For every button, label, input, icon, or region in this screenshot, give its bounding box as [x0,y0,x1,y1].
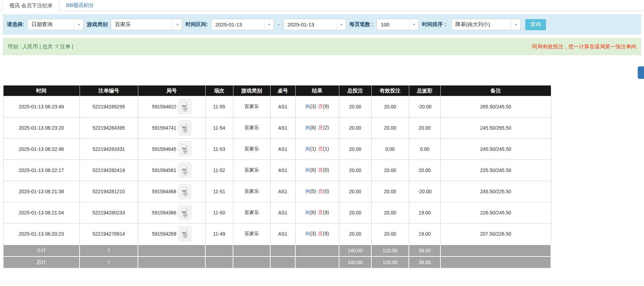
banker-result: 庄 [318,104,323,109]
bet-time: 2025-01-13 06:21:38 [3,181,80,202]
video-playback-button[interactable] [178,226,191,242]
bet-time: 2025-01-13 06:22:17 [3,160,80,181]
payout: -20.00 [409,181,440,202]
total-bet-link[interactable]: 20.00 [339,117,371,139]
time-sort-select[interactable]: 降幂(由大到小) ▾ [451,19,521,30]
total-bet-link[interactable]: 20.00 [339,96,371,117]
table-row: 2025-01-13 06:22:46 522194283331 5915946… [3,139,551,160]
video-playback-button[interactable] [178,163,191,178]
result-cell: 闲(8)庄(0) [295,160,339,181]
side-action-button[interactable] [638,66,644,79]
date-to-select[interactable]: 2025-01-13 ▾ [283,19,346,30]
column-header: 桌号 [270,85,295,96]
video-playback-button[interactable] [178,120,191,136]
result-cell: 闲(8)庄(9) [295,202,339,223]
remark: 207.50/226.50 [440,223,551,245]
table-number: AS1 [270,181,295,202]
remark: 226.50/245.50 [440,202,551,223]
player-score: (8) [310,167,316,173]
bet-time: 2025-01-13 06:20:23 [3,223,80,245]
total-bet-link[interactable]: 20.00 [339,223,371,245]
date-from-select[interactable]: 2025-01-13 ▾ [211,19,274,30]
game-type-select[interactable]: 百家乐 ▾ [111,19,182,30]
total-bet-link[interactable]: 20.00 [339,139,371,160]
player-result: 闲 [305,231,310,236]
empty-cell [233,256,270,268]
query-type-select[interactable]: 日期查询 ▾ [27,19,84,30]
total-label: 总计 [3,256,80,268]
total-bet-link[interactable]: 20.00 [339,160,371,181]
page-size-select[interactable]: 100 ▾ [377,19,419,30]
subtotal-label: 小计 [3,245,80,256]
content-spacer [0,55,644,85]
video-playback-button[interactable] [178,141,191,157]
round-id: 591594741 [152,125,176,131]
session-number: 11-54 [205,117,233,139]
banker-score: (9) [323,210,329,215]
player-score: (1) [310,146,316,152]
total-bet-link[interactable]: 20.00 [339,202,371,223]
query-button[interactable]: 查询 [525,19,546,30]
session-number: 11-51 [205,181,233,202]
total-count: 7 [80,256,138,268]
tab-bar: 视讯 会员下注纪录 BB视讯积分 [0,0,644,11]
remark: 245.50/265.50 [440,117,551,139]
tab-bb-video-points[interactable]: BB视讯积分 [59,0,100,11]
player-result: 闲 [305,104,310,109]
player-result: 闲 [305,125,310,130]
subtotal-valid-bet: 120.00 [371,245,409,256]
valid-bet: 20.00 [371,223,409,245]
banker-result: 庄 [318,231,323,236]
round-cell: 591594561 [138,160,205,181]
chevron-down-icon: ▾ [173,19,182,30]
empty-cell [205,245,233,256]
video-playback-button[interactable] [178,99,191,114]
table-number: AS1 [270,96,295,117]
valid-bet: 20.00 [371,202,409,223]
bet-time: 2025-01-13 06:23:49 [3,96,80,117]
valid-bet: 20.00 [371,96,409,117]
currency-summary-text: 币别 : 人民币 | 总共 :7 注单 | [8,43,73,50]
round-id: 591594561 [152,167,176,173]
payout: -20.00 [409,96,440,117]
video-playback-button[interactable] [178,205,191,220]
video-file-icon [181,144,189,154]
payout: 19.00 [409,223,440,245]
column-header: 局号 [138,85,205,96]
empty-cell [233,245,270,256]
tab-video-bet-records[interactable]: 视讯 会员下注纪录 [2,0,59,11]
empty-cell [270,256,295,268]
banker-score: (1) [323,146,329,152]
filter-bar: 请选择: 日期查询 ▾ 游戏类别 百家乐 ▾ 时间区间: 2025-01-13 … [3,14,641,35]
total-bet-link[interactable]: 20.00 [339,181,371,202]
tab-label: BB视讯积分 [66,2,94,9]
table-row: 2025-01-13 06:22:17 522194282419 5915945… [3,160,551,181]
tab-label: 视讯 会员下注纪录 [9,2,52,9]
table-row: 2025-01-13 06:23:49 522194285295 5915948… [3,96,551,117]
total-total-bet: 140.00 [339,256,371,268]
empty-cell [295,245,339,256]
bet-time: 2025-01-13 06:21:04 [3,202,80,223]
column-header: 备注 [440,85,551,96]
round-id: 591594269 [152,231,176,237]
round-id: 591594822 [152,104,176,109]
session-number: 11-53 [205,139,233,160]
game-type: 百家乐 [233,139,270,160]
table-body: 2025-01-13 06:23:49 522194285295 5915948… [3,96,551,245]
payout: 20.00 [409,160,440,181]
bet-time: 2025-01-13 06:23:20 [3,117,80,139]
subtotal-total-bet: 140.00 [339,245,371,256]
total-payout: 38.00 [409,256,440,268]
chevron-down-icon: ▾ [337,19,346,30]
table-header-row: 时间注单编号局号场次游戏类别桌号结果总投注有效投注总派彩备注 [3,85,551,96]
table-row: 2025-01-13 06:20:23 522194278914 5915942… [3,223,551,245]
video-playback-button[interactable] [178,184,191,199]
game-type-label: 游戏类别 [87,21,108,28]
game-type: 百家乐 [233,117,270,139]
subtotal-count: 7 [80,245,138,256]
player-result: 闲 [305,167,310,173]
bet-id: 522194285295 [80,96,138,117]
video-file-icon [181,229,189,239]
banker-result: 庄 [318,188,323,194]
subtotal-payout: 38.00 [409,245,440,256]
